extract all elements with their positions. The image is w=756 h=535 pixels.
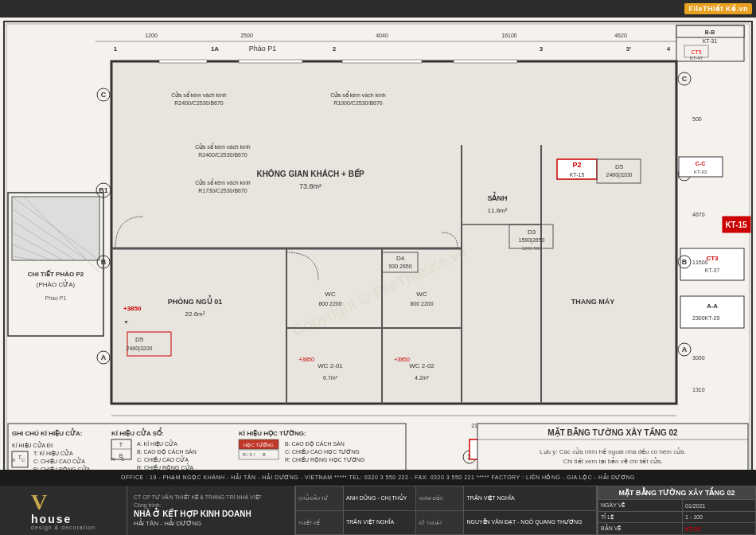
svg-text:WC 2-02: WC 2-02 xyxy=(409,362,435,369)
office-address: OFFICE : 19 - PHẠM NGỌC KHÁNH - HẢI TÂN … xyxy=(121,474,635,481)
svg-text:A: A xyxy=(101,353,107,361)
blueprint-svg: B-B KT-31 CT5 KT-47 1200 2500 4040 16100… xyxy=(0,18,756,486)
site-logo: FileTHIết Kế.vn xyxy=(684,3,752,14)
svg-text:B: B xyxy=(263,452,266,457)
svg-text:Cửa sổ kèm vách kính: Cửa sổ kèm vách kính xyxy=(195,178,251,185)
svg-text:Chi tiết xem tại bản vẽ chi ti: Chi tiết xem tại bản vẽ chi tiết cửa. xyxy=(563,457,662,465)
svg-text:73.8m²: 73.8m² xyxy=(299,182,321,190)
svg-text:T: T xyxy=(119,442,123,447)
table-row: CHỦ ĐẦU TƯ ANH DŨNG - CHỊ THỦY GIÁM ĐỐC … xyxy=(296,486,597,511)
page-wrapper: FileTHIết Kế.vn B-B KT-31 CT5 KT-47 1200… xyxy=(0,0,756,535)
svg-text:B-B: B-B xyxy=(705,29,715,35)
svg-text:D4: D4 xyxy=(396,255,405,262)
svg-text:Cửa sổ kèm vách kính: Cửa sổ kèm vách kính xyxy=(195,143,251,150)
gd-label: GIÁM ĐỐC xyxy=(416,486,464,511)
tk-value: TRẦN VIỆT NGHĨA xyxy=(344,510,416,535)
svg-text:KT-29: KT-29 xyxy=(705,315,720,321)
right-info-box: MẶT BẰNG TƯỜNG XÂY TẦNG 02 NGÀY VẼ 01/20… xyxy=(597,486,756,535)
svg-text:R2400/C2530/B670: R2400/C2530/B670 xyxy=(198,152,247,158)
svg-text:2480|3200: 2480|3200 xyxy=(606,172,633,178)
gd-value: TRẦN VIỆT NGHĨA xyxy=(464,486,597,511)
svg-rect-49 xyxy=(454,60,517,63)
project-name: NHÀ Ở KẾT HỢP KINH DOANH xyxy=(134,510,288,518)
date-label: NGÀY VẼ xyxy=(598,500,683,512)
svg-text:C: C xyxy=(21,458,25,463)
svg-text:CHI TIẾT PHÀO P2: CHI TIẾT PHÀO P2 xyxy=(28,269,84,278)
svg-text:+3850: +3850 xyxy=(394,357,410,362)
table-row: TỈ LỆ 1 - 100 xyxy=(598,511,756,523)
svg-text:C-C: C-C xyxy=(696,161,705,166)
svg-text:11.8m²: 11.8m² xyxy=(488,207,508,214)
svg-text:16100: 16100 xyxy=(501,33,517,38)
svg-text:4: 4 xyxy=(667,45,671,53)
svg-text:500: 500 xyxy=(692,116,702,122)
table-row: BẢN VẼ KT-15 xyxy=(598,523,756,535)
tk-label: THIẾT KẾ xyxy=(296,510,344,535)
date-value: 01/2021 xyxy=(683,500,756,512)
right-info-table: MẶT BẰNG TƯỜNG XÂY TẦNG 02 NGÀY VẼ 01/20… xyxy=(598,486,756,535)
project-location: HẢI TÂN - HẢI DƯƠNG xyxy=(134,520,288,527)
vhouse-logo: V house design & decoration xyxy=(31,491,95,530)
svg-text:Lưu ý: Các cửa nhìn hề ngoài n: Lưu ý: Các cửa nhìn hề ngoài nhà đều có … xyxy=(540,447,686,455)
company-logo-section: V house design & decoration xyxy=(0,486,127,535)
svg-text:KT-37: KT-37 xyxy=(705,268,720,273)
svg-text:KT-15: KT-15 xyxy=(725,221,747,229)
svg-text:4620: 4620 xyxy=(614,33,627,38)
svg-text:B1: B1 xyxy=(99,186,108,194)
svg-text:Cửa sổ kèm vách kính: Cửa sổ kèm vách kính xyxy=(171,91,227,98)
cdt-value: ANH DŨNG - CHỊ THỦY xyxy=(344,486,416,511)
svg-text:WC: WC xyxy=(416,291,427,298)
svg-text:C: C xyxy=(101,91,107,99)
svg-text:CT3: CT3 xyxy=(706,255,719,262)
svg-text:WC: WC xyxy=(325,291,336,298)
drawing-area: B-B KT-31 CT5 KT-47 1200 2500 4040 16100… xyxy=(0,18,756,486)
svg-text:R1730/C2530/B670: R1730/C2530/B670 xyxy=(198,188,247,193)
office-bar: OFFICE : 19 - PHẠM NGỌC KHÁNH - HẢI TÂN … xyxy=(0,470,756,486)
svg-rect-93 xyxy=(680,296,744,328)
logo-house: house xyxy=(31,514,72,525)
svg-text:11500: 11500 xyxy=(692,260,708,265)
svg-text:KÍ HIỆU CỬA ĐI:: KÍ HIỆU CỬA ĐI: xyxy=(12,441,54,449)
svg-text:▼: ▼ xyxy=(123,319,129,325)
svg-text:4.2m²: 4.2m² xyxy=(415,375,430,381)
svg-text:+3850: +3850 xyxy=(298,357,314,362)
table-row: NGÀY VẼ 01/2021 xyxy=(598,500,756,512)
svg-text:HỌC TƯỜNG: HỌC TƯỜNG xyxy=(244,442,274,448)
svg-text:R: R xyxy=(12,458,16,463)
svg-text:MẶT BẰNG TƯỜNG XÂY TẦNG 02: MẶT BẰNG TƯỜNG XÂY TẦNG 02 xyxy=(548,427,678,437)
top-bar: FileTHIết Kế.vn xyxy=(0,0,756,18)
svg-text:CT5: CT5 xyxy=(691,49,701,55)
company-name: CT CP TƯ VẤN THIẾT KẾ & TRANG TRÍ NHÀ VI… xyxy=(134,494,288,501)
svg-text:B: CAO ĐỘ CÁCH SÀN: B: CAO ĐỘ CÁCH SÀN xyxy=(137,448,197,455)
svg-text:B: B xyxy=(101,258,107,266)
kt-value: NGUYỄN VĂN ĐẠT - NGÔ QUANG THƯỜNG xyxy=(464,510,597,535)
svg-text:3000: 3000 xyxy=(692,355,705,361)
svg-text:22.6m²: 22.6m² xyxy=(185,310,205,318)
svg-rect-48 xyxy=(342,60,422,63)
table-row: MẶT BẰNG TƯỜNG XÂY TẦNG 02 xyxy=(598,486,756,500)
svg-text:2500: 2500 xyxy=(240,33,253,38)
svg-text:D3: D3 xyxy=(528,228,536,236)
svg-text:Phào P1: Phào P1 xyxy=(45,295,67,301)
logo-sub: design & decoration xyxy=(31,525,95,530)
svg-text:4040: 4040 xyxy=(376,33,388,38)
svg-text:3: 3 xyxy=(540,45,544,53)
svg-rect-46 xyxy=(159,60,207,63)
staff-table-section: CHỦ ĐẦU TƯ ANH DŨNG - CHỊ THỦY GIÁM ĐỐC … xyxy=(294,486,597,535)
svg-text:+3850: +3850 xyxy=(123,305,142,312)
svg-text:WC 2-01: WC 2-01 xyxy=(318,362,343,369)
svg-text:KÍ HIỆU HỌC TƯỜNG:: KÍ HIỆU HỌC TƯỜNG: xyxy=(239,429,306,437)
staff-table: CHỦ ĐẦU TƯ ANH DŨNG - CHỊ THỦY GIÁM ĐỐC … xyxy=(295,486,597,535)
svg-text:KT-31: KT-31 xyxy=(703,38,718,44)
svg-text:1200: 1200 xyxy=(145,33,158,38)
svg-text:2: 2 xyxy=(333,45,337,53)
svg-text:C: CHIỀU CAO CỬA: C: CHIỀU CAO CỬA xyxy=(137,455,189,463)
svg-text:4670: 4670 xyxy=(692,212,705,217)
svg-text:C: CHIỀU CAO HỌC TƯỜNG: C: CHIỀU CAO HỌC TƯỜNG xyxy=(285,448,360,455)
svg-text:D5: D5 xyxy=(135,336,144,343)
svg-text:6.7m²: 6.7m² xyxy=(323,375,338,381)
svg-text:A-A: A-A xyxy=(707,303,718,310)
svg-text:R: R xyxy=(111,457,115,462)
svg-text:A: A xyxy=(682,346,688,353)
svg-text:THANG MÁY: THANG MÁY xyxy=(571,298,615,306)
